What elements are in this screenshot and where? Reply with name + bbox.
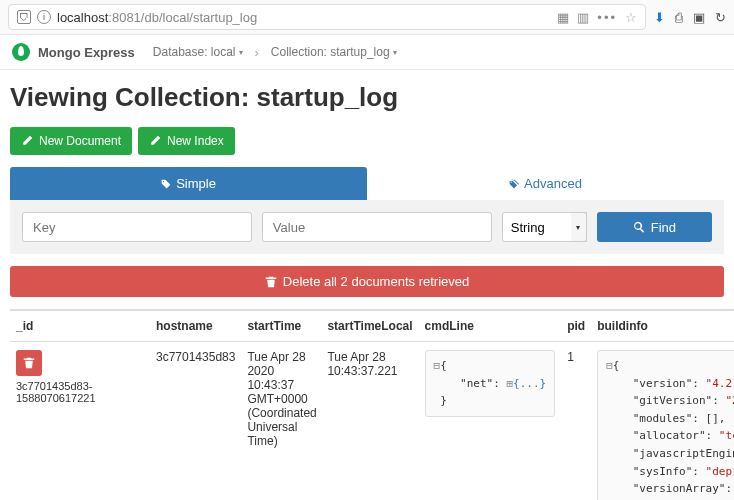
- more-icon[interactable]: •••: [597, 10, 617, 25]
- find-button[interactable]: Find: [597, 212, 712, 242]
- browser-address-bar: ⛉ i localhost:8081/db/local/startup_log …: [0, 0, 734, 35]
- documents-table: _id hostname startTime startTimeLocal cm…: [10, 309, 734, 500]
- tags-icon: [509, 179, 519, 189]
- tab-simple[interactable]: Simple: [10, 167, 367, 200]
- cell-starttimelocal: Tue Apr 28 10:43:37.221: [321, 342, 418, 501]
- mongo-logo-icon: [12, 43, 30, 61]
- breadcrumb-database[interactable]: Database: local▾: [153, 45, 243, 59]
- url-box[interactable]: ⛉ i localhost:8081/db/local/startup_log …: [8, 4, 646, 30]
- tab-advanced[interactable]: Advanced: [367, 167, 724, 200]
- trash-icon: [23, 357, 35, 369]
- chevron-down-icon: ▾: [239, 48, 243, 57]
- bookmark-icon[interactable]: ☆: [625, 10, 637, 25]
- app-navbar: Mongo Express Database: local▾ › Collect…: [0, 35, 734, 70]
- page-title: Viewing Collection: startup_log: [10, 82, 724, 113]
- breadcrumb-collection[interactable]: Collection: startup_log▾: [271, 45, 397, 59]
- sync-icon[interactable]: ↻: [715, 10, 726, 25]
- brand-name[interactable]: Mongo Express: [38, 45, 135, 60]
- search-icon: [633, 221, 645, 233]
- browser-toolbar-right: ⬇ ⎙ ▣ ↻: [654, 10, 726, 25]
- col-id: _id: [10, 310, 150, 342]
- pencil-icon: [21, 135, 33, 147]
- table-header-row: _id hostname startTime startTimeLocal cm…: [10, 310, 734, 342]
- trash-icon: [265, 276, 277, 288]
- reader-icon[interactable]: ▥: [577, 10, 589, 25]
- url-text: localhost:8081/db/local/startup_log: [57, 10, 257, 25]
- delete-all-button[interactable]: Delete all 2 documents retrieved: [10, 266, 724, 297]
- cell-starttime: Tue Apr 28 2020 10:43:37 GMT+0000 (Coord…: [241, 342, 321, 501]
- breadcrumb-separator: ›: [255, 45, 259, 60]
- info-icon[interactable]: i: [37, 10, 51, 24]
- chevron-down-icon: ▾: [393, 48, 397, 57]
- cell-cmdline-json[interactable]: ⊟{ "net": ⊞{...} }: [425, 350, 556, 417]
- collapse-icon[interactable]: ⊟: [606, 359, 613, 372]
- cell-hostname: 3c7701435d83: [150, 342, 241, 501]
- tag-icon: [161, 179, 171, 189]
- new-index-button[interactable]: New Index: [138, 127, 235, 155]
- cell-pid: 1: [561, 342, 591, 501]
- collapse-icon[interactable]: ⊟: [434, 359, 441, 372]
- container-icon[interactable]: ▣: [693, 10, 705, 25]
- new-document-button[interactable]: New Document: [10, 127, 132, 155]
- download-icon[interactable]: ⬇: [654, 10, 665, 25]
- col-pid: pid: [561, 310, 591, 342]
- delete-row-button[interactable]: [16, 350, 42, 376]
- shield-icon: ⛉: [17, 10, 31, 24]
- key-input[interactable]: [22, 212, 252, 242]
- cell-buildinfo-json[interactable]: ⊟{ "version": "4.2.6", "gitVersion": "20…: [597, 350, 734, 500]
- table-row[interactable]: 3c7701435d83-1588070617221 3c7701435d83 …: [10, 342, 734, 501]
- qr-icon[interactable]: ▦: [557, 10, 569, 25]
- value-input[interactable]: [262, 212, 492, 242]
- pencil-icon: [149, 135, 161, 147]
- search-tabs: Simple Advanced: [10, 167, 724, 200]
- search-panel: String ▾ Find: [10, 200, 724, 254]
- col-starttimelocal: startTimeLocal: [321, 310, 418, 342]
- chevron-down-icon[interactable]: ▾: [571, 212, 587, 242]
- col-buildinfo: buildinfo: [591, 310, 734, 342]
- col-cmdline: cmdLine: [419, 310, 562, 342]
- cell-id: 3c7701435d83-1588070617221: [16, 380, 144, 404]
- col-hostname: hostname: [150, 310, 241, 342]
- library-icon[interactable]: ⎙: [675, 10, 683, 25]
- col-starttime: startTime: [241, 310, 321, 342]
